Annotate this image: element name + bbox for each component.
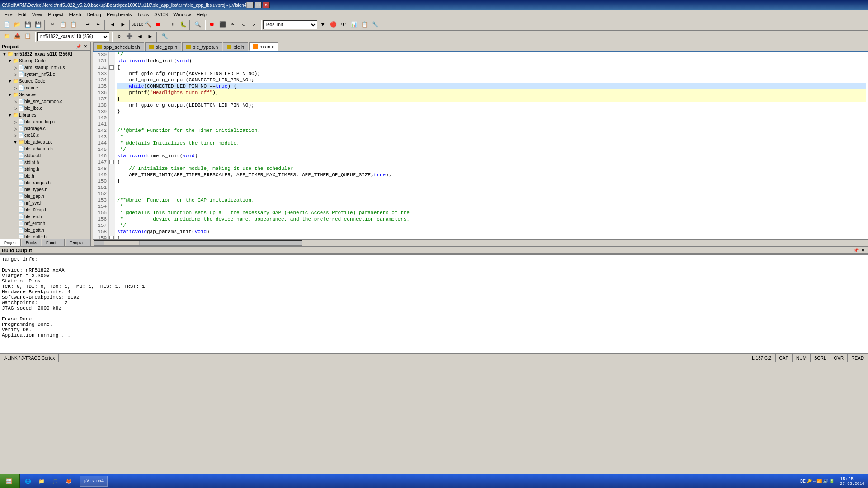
rebuild-button[interactable]: 🔨 — [143, 20, 153, 30]
close-button[interactable]: ✕ — [263, 2, 270, 8]
source-expander[interactable]: ▼ — [7, 79, 13, 84]
navigate-fwd-button[interactable]: ▶ — [118, 20, 128, 30]
project-pin-button[interactable]: 📌 — [75, 43, 81, 50]
dropdown-arrow[interactable]: ▼ — [318, 20, 328, 30]
tree-ble-gap[interactable]: 📄 ble_gap.h — [0, 193, 90, 200]
taskbar-firefox-icon[interactable]: 🦊 — [63, 476, 74, 487]
search-button[interactable]: 🔍 — [193, 20, 203, 30]
project-window-button[interactable]: 📁 — [2, 32, 12, 42]
menu-view[interactable]: View — [29, 11, 46, 18]
libraries-expander[interactable]: ▼ — [7, 113, 13, 118]
tree-nrf-error[interactable]: 📄 nrf_error.h — [0, 220, 90, 227]
tab-functions[interactable]: Functi... — [42, 239, 65, 246]
tree-ble-lbs[interactable]: ▷ 📄 ble_lbs.c — [0, 105, 90, 112]
tab-app-scheduler[interactable]: app_scheduler.h — [93, 42, 144, 51]
menu-debug[interactable]: Debug — [84, 11, 104, 18]
project-close-button[interactable]: ✕ — [82, 43, 89, 50]
build-button[interactable]: BUILD — [132, 20, 142, 30]
main-c-expander[interactable]: ▷ — [13, 85, 18, 91]
ble-advdata-expander[interactable]: ▼ — [13, 140, 18, 145]
startup-expander[interactable]: ▼ — [7, 58, 13, 64]
menu-peripherals[interactable]: Peripherals — [104, 11, 135, 18]
tree-root[interactable]: ▼ 📁 nrf51822_xxaa_s110 (256K) — [0, 51, 90, 57]
step-over-button[interactable]: ↷ — [228, 20, 238, 30]
tree-libraries[interactable]: ▼ 📁 Libraries — [0, 112, 90, 118]
next-error-button[interactable]: ▶ — [145, 32, 155, 42]
crc16-expander[interactable]: ▷ — [13, 133, 18, 138]
menu-edit[interactable]: Edit — [15, 11, 29, 18]
device-dropdown[interactable]: nrf51822_xxaa s110 (256) — [37, 32, 109, 41]
menu-window[interactable]: Window — [170, 11, 193, 18]
tree-stdint[interactable]: 📄 stdint.h — [0, 159, 90, 166]
open-file-button[interactable]: 📂 — [12, 20, 22, 30]
tree-ble-error[interactable]: ▷ 📄 ble_error_log.c — [0, 118, 90, 125]
code-scroll[interactable]: 130 131 132 133 134 135 136 137 138 139 … — [93, 52, 868, 239]
download-button[interactable]: ⬇ — [168, 20, 178, 30]
periph-button[interactable]: 🔧 — [370, 20, 380, 30]
tree-main-c[interactable]: ▷ 📄 main.c — [0, 84, 90, 91]
pstorage-expander[interactable]: ▷ — [13, 126, 18, 131]
memory-button[interactable]: 📊 — [349, 20, 359, 30]
taskbar-folder-icon[interactable]: 📁 — [36, 476, 47, 487]
tab-books[interactable]: Books — [22, 239, 41, 246]
root-expander[interactable]: ▼ — [2, 52, 7, 57]
tab-main-c[interactable]: main.c — [249, 42, 278, 51]
maximize-button[interactable]: □ — [255, 2, 262, 8]
tree-ble-srv[interactable]: ▷ 📄 ble_srv_common.c — [0, 98, 90, 105]
system-expander[interactable]: ▷ — [13, 72, 18, 77]
taskbar-uvision-button[interactable]: µVision4 — [80, 476, 108, 487]
register-button[interactable]: 📋 — [359, 20, 369, 30]
tab-ble-types[interactable]: ble_types.h — [182, 42, 222, 51]
tree-ble-advdata[interactable]: ▼ 📁 ble_advdata.c — [0, 139, 90, 145]
step-into-button[interactable]: ↘ — [238, 20, 248, 30]
add-component-button[interactable]: ➕ — [124, 32, 134, 42]
tab-project[interactable]: Project — [0, 239, 21, 246]
tab-ble-h[interactable]: ble.h — [223, 42, 248, 51]
output-window-button[interactable]: 📤 — [12, 32, 22, 42]
tree-crc16[interactable]: ▷ 📄 crc16.c — [0, 132, 90, 139]
run-button[interactable]: ⏺ — [207, 20, 217, 30]
step-out-button[interactable]: ↗ — [249, 20, 259, 30]
ble-error-expander[interactable]: ▷ — [13, 119, 18, 125]
taskbar-ie-icon[interactable]: 🌐 — [23, 476, 33, 487]
stop-debug-button[interactable]: ⬛ — [217, 20, 227, 30]
target-dropdown[interactable]: leds_init — [263, 20, 317, 29]
tree-services[interactable]: ▼ 📁 Services — [0, 91, 90, 98]
cut-button[interactable]: ✂ — [47, 20, 57, 30]
navigate-back-button[interactable]: ◀ — [108, 20, 118, 30]
tree-ble-h[interactable]: 📄 ble.h — [0, 173, 90, 179]
log-window-button[interactable]: 📋 — [23, 32, 33, 42]
ble-srv-expander[interactable]: ▷ — [13, 99, 18, 104]
tree-string[interactable]: 📄 string.h — [0, 166, 90, 173]
tab-templates[interactable]: Templa... — [66, 239, 90, 246]
tree-ble-gattc[interactable]: 📄 ble_gattc.h — [0, 234, 90, 238]
new-file-button[interactable]: 📄 — [2, 20, 12, 30]
tree-system-nrf51[interactable]: ▷ 📄 system_nrf51.c — [0, 71, 90, 78]
horizontal-scrollbar[interactable] — [93, 239, 868, 246]
menu-project[interactable]: Project — [45, 11, 66, 18]
tree-nrf-svc[interactable]: 📄 nrf_svc.h — [0, 200, 90, 206]
tree-stdbool[interactable]: 📄 stdbool.h — [0, 152, 90, 159]
tree-ble-ranges[interactable]: 📄 ble_ranges.h — [0, 179, 90, 186]
fold-147[interactable]: - — [109, 160, 114, 164]
debug-button[interactable]: 🐛 — [178, 20, 188, 30]
menu-file[interactable]: File — [2, 11, 15, 18]
tab-ble-gap[interactable]: ble_gap.h — [145, 42, 181, 51]
tree-arm-startup[interactable]: ▷ 📄 arm_startup_nrf51.s — [0, 64, 90, 71]
manage-button[interactable]: ⚙ — [114, 32, 124, 42]
undo-button[interactable]: ↩ — [83, 20, 93, 30]
prev-error-button[interactable]: ◀ — [135, 32, 145, 42]
taskbar-media-icon[interactable]: 🎵 — [50, 476, 61, 487]
fold-132[interactable]: - — [109, 65, 114, 70]
build-pin-button[interactable]: 📌 — [853, 247, 859, 253]
code-lines[interactable]: */ static void leds_init(void) { nrf_gpi… — [115, 52, 868, 239]
save-button[interactable]: 💾 — [23, 20, 33, 30]
breakpoint-button[interactable]: 🔴 — [328, 20, 338, 30]
services-expander[interactable]: ▼ — [7, 92, 13, 98]
watchpoint-button[interactable]: 👁 — [339, 20, 349, 30]
tree-startup-code[interactable]: ▼ 📁 Startup Code — [0, 57, 90, 64]
arm-startup-expander[interactable]: ▷ — [13, 65, 18, 70]
ble-lbs-expander[interactable]: ▷ — [13, 106, 18, 111]
copy-button[interactable]: 📋 — [58, 20, 68, 30]
start-button[interactable]: 🪟 — [0, 474, 20, 488]
